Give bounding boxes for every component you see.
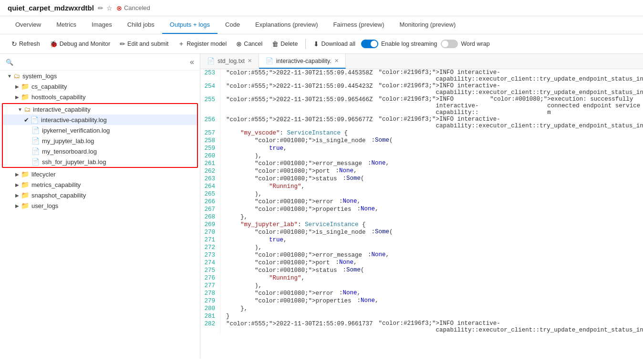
file-icon: 📄 xyxy=(31,147,40,155)
word-wrap-toggle: Word wrap xyxy=(441,40,489,48)
log-row: 280 }, xyxy=(200,305,643,312)
refresh-icon: ↻ xyxy=(11,40,17,48)
tree-item-cs-capability[interactable]: ▶ 📁 cs_capability xyxy=(0,81,200,92)
log-code: "color:#555;">2022-11-30T21:55:09.965466… xyxy=(220,96,379,116)
log-code: "color:#001080;">port xyxy=(220,259,336,267)
delete-button[interactable]: 🗑 Delete xyxy=(268,38,301,50)
tab-monitoring[interactable]: Monitoring (preview) xyxy=(392,16,464,34)
tree-item-system-logs[interactable]: ▼ 🗂 system_logs xyxy=(0,71,200,81)
tree-item-interactive-capability[interactable]: ▼ 🗂 interactive_capability xyxy=(3,104,197,114)
header: quiet_carpet_mdzwxrdtbl ✏ ☆ ⊗ Canceled xyxy=(0,0,643,16)
tree-item-my-jupyter-lab[interactable]: 📄 my_jupyter_lab.log xyxy=(3,135,197,146)
tree-item-ipykernel-verification[interactable]: 📄 ipykernel_verification.log xyxy=(3,125,197,135)
tab-close-button[interactable]: ✕ xyxy=(248,58,252,64)
download-all-button[interactable]: ⬇ Download all xyxy=(310,38,359,50)
selected-indicator: ✔ xyxy=(24,116,31,124)
tab-close-button[interactable]: ✕ xyxy=(334,58,339,64)
refresh-button[interactable]: ↻ Refresh xyxy=(8,38,44,50)
download-icon: ⬇ xyxy=(313,40,319,48)
tree-item-label: interactive_capability xyxy=(33,106,91,113)
toolbar: ↻ Refresh 🐞 Debug and Monitor ✏ Edit and… xyxy=(0,34,643,54)
tab-overview[interactable]: Overview xyxy=(8,16,49,34)
line-number: 267 xyxy=(200,206,220,213)
log-code: "color:#001080;">status xyxy=(220,175,343,183)
tab-explanations[interactable]: Explanations (preview) xyxy=(248,16,326,34)
edit-submit-label: Edit and submit xyxy=(127,41,168,47)
delete-label: Delete xyxy=(280,41,298,47)
tab-label: interactive-capability. xyxy=(276,58,332,64)
line-number: 266 xyxy=(200,198,220,206)
tree-item-ssh-for-jupyter-lab[interactable]: 📄 ssh_for_jupyter_lab.log xyxy=(3,156,197,167)
line-number: 272 xyxy=(200,244,220,251)
tree-item-metrics-capability[interactable]: ▶ 📁 metrics_capability xyxy=(0,179,200,190)
cancel-label: Cancel xyxy=(244,41,262,47)
tree-item-lifecycler[interactable]: ▶ 📁 lifecycler xyxy=(0,169,200,179)
search-icon: 🔍 xyxy=(6,59,13,66)
tab-fairness[interactable]: Fairness (preview) xyxy=(326,16,392,34)
log-code: "color:#555;">2022-11-30T21:55:09.445358… xyxy=(220,69,379,83)
line-number: 273 xyxy=(200,251,220,259)
tab-metrics[interactable]: Metrics xyxy=(49,16,84,34)
log-code: "color:#001080;">properties xyxy=(220,206,357,213)
log-row: 255 "color:#555;">2022-11-30T21:55:09.96… xyxy=(200,96,643,116)
log-code: "my_jupyter_lab": ServiceInstance { xyxy=(220,221,372,229)
debug-icon: 🐞 xyxy=(50,40,58,48)
tree-item-snapshot-capability[interactable]: ▶ 📁 snapshot_capability xyxy=(0,190,200,200)
tree-item-user-logs[interactable]: ▶ 📁 user_logs xyxy=(0,200,200,211)
tree-item-label: system_logs xyxy=(22,73,57,80)
log-code: "color:#001080;">error_message xyxy=(220,160,368,167)
tab-outputs-logs[interactable]: Outputs + logs xyxy=(162,16,218,34)
tree-search: 🔍 « xyxy=(0,54,200,71)
line-number: 280 xyxy=(200,305,220,312)
log-row: 272 ), xyxy=(200,244,643,251)
line-number: 256 xyxy=(200,116,220,129)
tree-item-my-tensorboard[interactable]: 📄 my_tensorboard.log xyxy=(3,146,197,156)
folder-icon: 🗂 xyxy=(24,105,31,113)
log-code: "color:#001080;">properties xyxy=(220,297,357,305)
edit-submit-button[interactable]: ✏ Edit and submit xyxy=(116,38,172,50)
line-number: 262 xyxy=(200,167,220,175)
log-code: ), xyxy=(220,190,268,198)
plus-icon: ＋ xyxy=(178,40,185,48)
word-wrap-knob xyxy=(442,41,448,47)
tree-item-label: interactive-capability.log xyxy=(41,116,107,124)
tree-item-label: user_logs xyxy=(31,202,58,209)
line-number: 261 xyxy=(200,160,220,167)
tab-images[interactable]: Images xyxy=(84,16,120,34)
log-row: 271 true, xyxy=(200,236,643,244)
log-row: 266 "color:#001080;">error: None, xyxy=(200,198,643,206)
log-code: } xyxy=(220,312,236,320)
cancel-button[interactable]: ⊗ Cancel xyxy=(232,38,266,50)
tab-interactive-capability[interactable]: 📄 interactive-capability. ✕ xyxy=(259,54,346,69)
log-row: 254 "color:#555;">2022-11-30T21:55:09.44… xyxy=(200,83,643,96)
edit-icon[interactable]: ✏ xyxy=(98,4,104,12)
log-row: 262 "color:#001080;">port: None, xyxy=(200,167,643,175)
search-input[interactable] xyxy=(16,59,187,66)
register-model-button[interactable]: ＋ Register model xyxy=(174,37,230,51)
tab-child-jobs[interactable]: Child jobs xyxy=(120,16,162,34)
header-icons: ✏ ☆ xyxy=(98,4,113,12)
tree-item-interactive-capability-log[interactable]: ✔ 📄 interactive-capability.log xyxy=(3,114,197,125)
star-icon[interactable]: ☆ xyxy=(106,4,113,12)
line-number: 257 xyxy=(200,129,220,137)
debug-monitor-button[interactable]: 🐞 Debug and Monitor xyxy=(46,38,114,50)
tab-code[interactable]: Code xyxy=(218,16,248,34)
collapse-all-button[interactable]: « xyxy=(190,58,194,66)
log-row: 270 "color:#001080;">is_single_node: Som… xyxy=(200,229,643,236)
word-wrap-switch[interactable] xyxy=(441,40,458,48)
log-row: 263 "color:#001080;">status: Some( xyxy=(200,175,643,183)
tree-item-hosttools-capability[interactable]: ▶ 📁 hosttools_capability xyxy=(0,92,200,102)
log-code: "color:#001080;">is_single_node xyxy=(220,137,372,145)
chevron-right-icon: ▶ xyxy=(13,193,21,198)
log-row: 275 "color:#001080;">status: Some( xyxy=(200,267,643,274)
log-content[interactable]: 253 "color:#555;">2022-11-30T21:55:09.44… xyxy=(200,69,643,358)
log-code: "color:#555;">2022-11-30T21:55:09.966173… xyxy=(220,320,379,333)
chevron-right-icon: ▶ xyxy=(13,203,21,208)
register-model-label: Register model xyxy=(187,41,227,47)
file-icon: 📄 xyxy=(266,57,273,64)
delete-icon: 🗑 xyxy=(272,40,279,48)
log-streaming-switch[interactable] xyxy=(361,40,378,48)
cancel-icon: ⊗ xyxy=(236,40,242,48)
tree-item-label: cs_capability xyxy=(31,83,67,90)
tab-std-log[interactable]: 📄 std_log.txt ✕ xyxy=(200,54,259,69)
